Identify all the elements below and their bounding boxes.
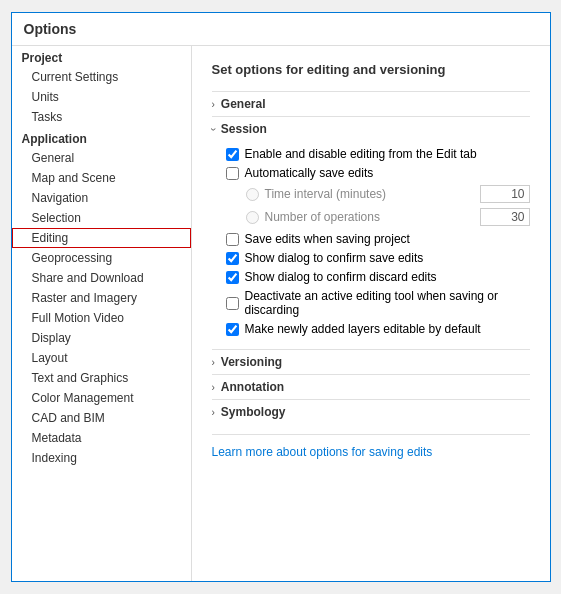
general-section-label: General [221,97,266,111]
sidebar-item-general[interactable]: General [12,148,191,168]
save-edits-project-checkbox[interactable] [226,233,239,246]
session-section-body: Enable and disable editing from the Edit… [212,141,530,349]
general-chevron: › [212,99,215,110]
sidebar-item-text-and-graphics[interactable]: Text and Graphics [12,368,191,388]
sidebar-item-editing[interactable]: Editing [12,228,191,248]
sidebar-application-header: Application [12,127,191,148]
sidebar-item-map-and-scene[interactable]: Map and Scene [12,168,191,188]
editable-default-row: Make newly added layers editable by defa… [226,322,530,336]
auto-save-row: Automatically save edits [226,166,530,180]
auto-save-label: Automatically save edits [245,166,374,180]
dialog-title: Options [12,13,550,46]
sidebar-item-share-and-download[interactable]: Share and Download [12,268,191,288]
session-section-label: Session [221,122,267,136]
deactivate-tool-label: Deactivate an active editing tool when s… [245,289,530,317]
sidebar-item-metadata[interactable]: Metadata [12,428,191,448]
symbology-chevron: › [212,407,215,418]
sidebar-item-raster-and-imagery[interactable]: Raster and Imagery [12,288,191,308]
num-operations-radio[interactable] [246,211,259,224]
time-interval-radio[interactable] [246,188,259,201]
sidebar-item-indexing[interactable]: Indexing [12,448,191,468]
versioning-chevron: › [212,357,215,368]
session-section-header[interactable]: › Session [212,116,530,141]
sidebar-item-full-motion-video[interactable]: Full Motion Video [12,308,191,328]
confirm-discard-row: Show dialog to confirm discard edits [226,270,530,284]
enable-disable-checkbox[interactable] [226,148,239,161]
main-heading: Set options for editing and versioning [212,62,530,77]
sidebar: Project Current Settings Units Tasks App… [12,46,192,581]
num-operations-label: Number of operations [265,210,480,224]
sidebar-item-navigation[interactable]: Navigation [12,188,191,208]
main-content: Set options for editing and versioning ›… [192,46,550,581]
sidebar-item-cad-and-bim[interactable]: CAD and BIM [12,408,191,428]
deactivate-tool-row: Deactivate an active editing tool when s… [226,289,530,317]
sidebar-project-header: Project [12,46,191,67]
annotation-section-label: Annotation [221,380,284,394]
enable-disable-row: Enable and disable editing from the Edit… [226,147,530,161]
versioning-section-label: Versioning [221,355,282,369]
editable-default-label: Make newly added layers editable by defa… [245,322,481,336]
confirm-discard-label: Show dialog to confirm discard edits [245,270,437,284]
confirm-save-row: Show dialog to confirm save edits [226,251,530,265]
editable-default-checkbox[interactable] [226,323,239,336]
dialog-body: Project Current Settings Units Tasks App… [12,46,550,581]
sidebar-item-tasks[interactable]: Tasks [12,107,191,127]
sidebar-item-geoprocessing[interactable]: Geoprocessing [12,248,191,268]
sidebar-item-display[interactable]: Display [12,328,191,348]
confirm-save-checkbox[interactable] [226,252,239,265]
auto-save-checkbox[interactable] [226,167,239,180]
enable-disable-label: Enable and disable editing from the Edit… [245,147,477,161]
sidebar-item-color-management[interactable]: Color Management [12,388,191,408]
time-interval-label: Time interval (minutes) [265,187,480,201]
sidebar-item-current-settings[interactable]: Current Settings [12,67,191,87]
annotation-section-header[interactable]: › Annotation [212,374,530,399]
deactivate-tool-checkbox[interactable] [226,297,239,310]
confirm-discard-checkbox[interactable] [226,271,239,284]
versioning-section-header[interactable]: › Versioning [212,349,530,374]
session-chevron: › [208,127,219,130]
time-interval-row: Time interval (minutes) [226,185,530,203]
sidebar-item-layout[interactable]: Layout [12,348,191,368]
sidebar-item-units[interactable]: Units [12,87,191,107]
annotation-chevron: › [212,382,215,393]
learn-more-link[interactable]: Learn more about options for saving edit… [212,434,530,459]
sidebar-item-selection[interactable]: Selection [12,208,191,228]
symbology-section-label: Symbology [221,405,286,419]
general-section-header[interactable]: › General [212,91,530,116]
time-interval-input[interactable] [480,185,530,203]
options-dialog: Options Project Current Settings Units T… [11,12,551,582]
symbology-section-header[interactable]: › Symbology [212,399,530,424]
save-edits-project-label: Save edits when saving project [245,232,410,246]
num-operations-input[interactable] [480,208,530,226]
confirm-save-label: Show dialog to confirm save edits [245,251,424,265]
save-edits-project-row: Save edits when saving project [226,232,530,246]
num-operations-row: Number of operations [226,208,530,226]
